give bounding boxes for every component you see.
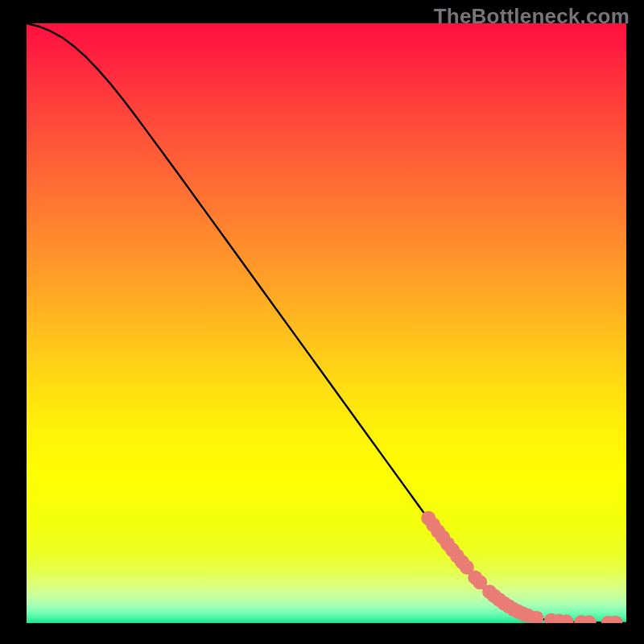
- chart-background: [27, 23, 626, 623]
- chart-plot: [27, 23, 626, 623]
- chart-frame: TheBottleneck.com: [0, 0, 644, 644]
